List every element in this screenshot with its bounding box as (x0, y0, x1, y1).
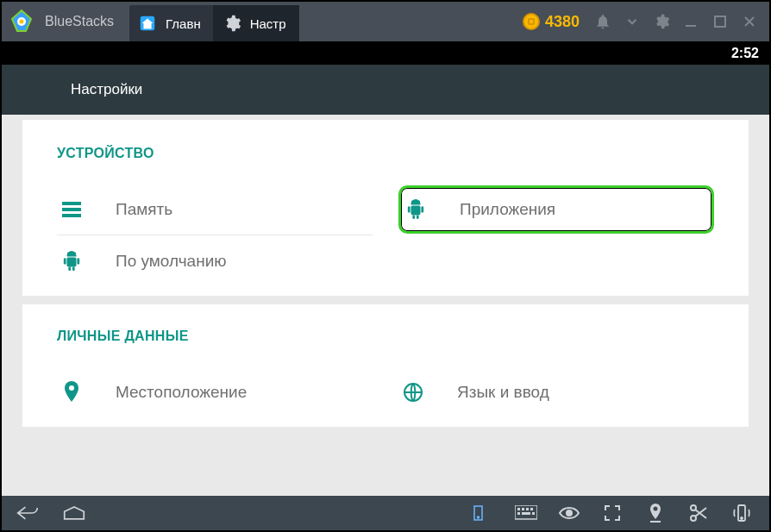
tab-settings[interactable]: Настр (214, 5, 299, 41)
appbar-title: Настройки (71, 81, 142, 98)
home-icon (138, 14, 157, 33)
android-navbar (2, 496, 769, 530)
tab-strip: Главн Настр (129, 2, 299, 41)
item-label: Приложения (460, 200, 555, 219)
svg-rect-29 (517, 512, 520, 515)
svg-point-38 (741, 517, 743, 519)
svg-rect-25 (517, 508, 520, 510)
svg-rect-16 (64, 258, 66, 264)
svg-rect-15 (67, 257, 77, 266)
clock: 2:52 (731, 46, 759, 61)
svg-rect-34 (650, 521, 661, 523)
item-label: Местоположение (116, 383, 247, 402)
svg-rect-4 (686, 25, 696, 27)
svg-rect-28 (530, 508, 533, 510)
back-button[interactable] (16, 501, 40, 525)
chevron-down-icon[interactable] (617, 7, 647, 36)
app-name: BlueStacks (41, 14, 114, 29)
default-android-icon (57, 251, 86, 272)
svg-rect-10 (421, 206, 423, 212)
globe-icon (398, 382, 428, 403)
svg-rect-26 (522, 508, 524, 510)
maximize-icon[interactable] (705, 7, 735, 36)
svg-point-20 (69, 385, 74, 391)
titlebar: BlueStacks Главн Настр 4380 (2, 2, 769, 41)
apps-android-icon (401, 199, 430, 220)
shake-icon[interactable] (730, 501, 754, 525)
settings-appbar: Настройки (2, 65, 769, 115)
svg-rect-3 (143, 22, 151, 28)
section-title-personal: ЛИЧНЫЕ ДАННЫЕ (57, 329, 714, 344)
item-label: Язык и ввод (457, 383, 549, 402)
settings-item-language[interactable]: Язык и ввод (398, 366, 714, 418)
svg-rect-30 (522, 512, 530, 515)
tab-label: Главн (166, 16, 201, 31)
android-statusbar: 2:52 (2, 41, 769, 65)
tab-label: Настр (250, 16, 286, 31)
gear-icon (223, 14, 241, 33)
bluestacks-logo-icon (2, 2, 41, 41)
location-pin-icon (57, 381, 86, 404)
settings-item-storage[interactable]: Память (57, 184, 373, 235)
home-button[interactable] (62, 501, 86, 525)
svg-rect-31 (532, 512, 535, 515)
minimize-icon[interactable] (676, 7, 705, 36)
svg-point-33 (654, 507, 658, 511)
settings-content: УСТРОЙСТВО Память (2, 115, 769, 496)
item-label: Память (116, 200, 172, 219)
svg-rect-17 (77, 258, 79, 264)
close-icon[interactable] (735, 7, 764, 36)
coin-icon (523, 13, 540, 30)
android-screen: 2:52 Настройки УСТРОЙСТВО Память (2, 41, 769, 496)
fullscreen-icon[interactable] (600, 501, 624, 525)
settings-gear-icon[interactable] (647, 7, 676, 36)
settings-item-location[interactable]: Местоположение (57, 366, 373, 418)
eye-icon[interactable] (557, 501, 581, 525)
svg-rect-18 (68, 266, 71, 271)
svg-rect-27 (526, 508, 529, 510)
svg-rect-11 (412, 215, 415, 219)
settings-item-apps[interactable]: Приложения (398, 185, 714, 234)
coin-count: 4380 (545, 13, 580, 31)
svg-rect-5 (715, 16, 725, 27)
svg-rect-9 (408, 206, 411, 212)
item-label: По умолчанию (116, 252, 227, 271)
keyboard-icon[interactable] (514, 501, 538, 525)
section-personal: ЛИЧНЫЕ ДАННЫЕ Местоположение Язык и ввод (22, 304, 749, 427)
svg-rect-8 (411, 205, 421, 215)
bluestacks-window: BlueStacks Главн Настр 4380 (0, 0, 771, 532)
svg-rect-12 (417, 215, 419, 219)
svg-point-23 (478, 516, 480, 518)
svg-rect-19 (72, 266, 75, 271)
svg-point-32 (567, 510, 572, 516)
svg-point-1 (20, 20, 24, 24)
scissors-icon[interactable] (686, 501, 711, 525)
tab-home[interactable]: Главн (129, 5, 214, 41)
pika-points[interactable]: 4380 (523, 13, 580, 31)
section-title-device: УСТРОЙСТВО (57, 146, 714, 161)
keyboard-settings-icon[interactable] (471, 501, 495, 525)
notifications-icon[interactable] (588, 7, 617, 36)
storage-icon (57, 202, 86, 217)
settings-item-default[interactable]: По умолчанию (57, 235, 373, 287)
location-icon[interactable] (643, 501, 668, 525)
section-device: УСТРОЙСТВО Память (22, 120, 749, 296)
